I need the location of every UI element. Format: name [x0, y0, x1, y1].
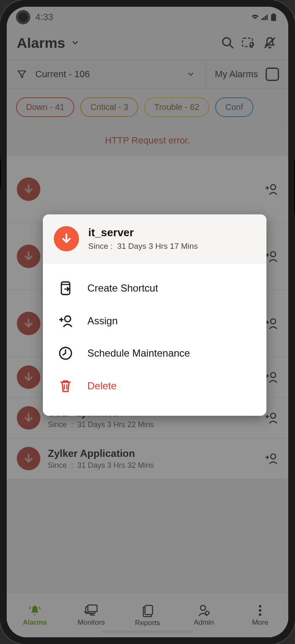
down-status-icon: [17, 447, 40, 470]
svg-point-12: [271, 185, 276, 190]
down-status-icon: [17, 406, 40, 430]
svg-rect-3: [266, 15, 268, 20]
menu-label: Schedule Maintenance: [87, 347, 190, 359]
svg-point-35: [259, 605, 261, 607]
down-status-icon: [17, 365, 40, 389]
since-value: 31 Days 3 Hrs 22 Mins: [77, 420, 154, 429]
device-frame: 4:33 Alarms: [0, 0, 295, 644]
status-icons: [251, 13, 277, 21]
reports-icon: [141, 604, 154, 617]
list-item[interactable]: Zylker Application Since : 31 Days 3 Hrs…: [7, 438, 288, 479]
svg-rect-2: [265, 16, 266, 20]
menu-label: Create Shortcut: [87, 282, 158, 294]
menu-label: Assign: [87, 315, 118, 327]
tab-alarms[interactable]: Alarms: [7, 593, 63, 637]
filter-bar: Current - 106 My Alarms: [7, 60, 288, 89]
down-status-icon: [17, 245, 40, 268]
svg-point-36: [259, 609, 261, 612]
alarm-title: Zylker Application: [48, 448, 256, 459]
since-label: Since: [48, 420, 67, 429]
modal-title: it_server: [88, 226, 198, 239]
assign-user-icon[interactable]: [264, 183, 278, 196]
clock: 4:33: [35, 12, 53, 23]
down-status-icon: [54, 226, 79, 251]
home-indicator: [101, 631, 194, 633]
modal-since-value: 31 Days 3 Hrs 17 Mins: [117, 242, 198, 250]
tab-label: Alarms: [23, 618, 47, 627]
signal-icon: [261, 14, 268, 20]
svg-point-24: [271, 413, 276, 418]
chip-critical[interactable]: Critical - 3: [80, 97, 138, 117]
svg-rect-0: [261, 18, 263, 20]
svg-rect-29: [88, 605, 97, 612]
since-label: Since: [48, 461, 67, 469]
menu-create-shortcut[interactable]: Create Shortcut: [43, 271, 266, 305]
front-camera: [18, 13, 28, 22]
funnel-icon: [17, 69, 27, 79]
svg-rect-4: [272, 13, 275, 14]
svg-point-42: [65, 316, 71, 322]
modal-since-label: Since :: [88, 242, 113, 250]
down-status-icon: [17, 177, 40, 201]
assign-icon: [57, 314, 74, 328]
app-bar: Alarms: [7, 28, 288, 60]
svg-point-21: [271, 373, 276, 378]
filter-current-label: Current - 106: [35, 69, 90, 80]
my-alarms-checkbox[interactable]: [266, 68, 279, 81]
context-menu-modal: it_server Since : 31 Days 3 Hrs 17 Mins …: [43, 214, 266, 416]
svg-point-34: [205, 611, 209, 615]
clock-icon: [57, 346, 74, 360]
more-icon: [258, 604, 263, 617]
svg-rect-32: [145, 605, 153, 615]
assign-user-icon[interactable]: [264, 452, 278, 465]
battery-icon: [271, 13, 277, 21]
filter-dropdown[interactable]: Current - 106: [7, 60, 205, 89]
page-title: Alarms: [17, 35, 65, 51]
tab-label: Admin: [194, 618, 214, 627]
svg-rect-5: [271, 14, 276, 21]
svg-line-9: [265, 38, 275, 48]
assign-user-icon[interactable]: [264, 412, 278, 424]
bell-icon: [28, 604, 42, 617]
chip-trouble[interactable]: Trouble - 62: [144, 97, 209, 117]
menu-delete[interactable]: Delete: [43, 370, 266, 402]
admin-icon: [198, 604, 210, 617]
status-bar: 4:33: [7, 7, 288, 28]
wifi-icon: [251, 14, 259, 20]
chevron-down-icon: [187, 70, 195, 78]
svg-point-27: [271, 454, 276, 459]
trash-icon: [57, 379, 74, 393]
svg-point-37: [259, 613, 261, 616]
modal-menu: Create Shortcut Assign Schedule Maintena…: [43, 264, 266, 416]
alert-box-icon[interactable]: [240, 34, 257, 51]
tab-more[interactable]: More: [232, 593, 288, 637]
error-banner: HTTP Request error.: [7, 125, 288, 156]
svg-point-18: [271, 319, 276, 324]
chip-conf[interactable]: Conf: [215, 97, 253, 117]
svg-point-33: [200, 605, 205, 610]
tab-label: More: [252, 618, 269, 627]
tab-label: Monitors: [77, 618, 105, 627]
monitor-icon: [84, 604, 98, 617]
screen: 4:33 Alarms: [7, 7, 288, 637]
menu-schedule-maintenance[interactable]: Schedule Maintenance: [43, 337, 266, 370]
tab-label: Reports: [135, 619, 160, 627]
search-icon[interactable]: [219, 34, 236, 51]
svg-rect-1: [263, 17, 264, 20]
mute-bell-icon[interactable]: [261, 34, 278, 51]
down-status-icon: [17, 312, 40, 335]
title-dropdown-icon[interactable]: [71, 39, 79, 47]
modal-header: it_server Since : 31 Days 3 Hrs 17 Mins: [43, 214, 266, 264]
shortcut-icon: [57, 281, 74, 296]
svg-point-15: [271, 252, 276, 257]
list-item[interactable]: [7, 156, 288, 223]
since-value: 31 Days 3 Hrs 32 Mins: [77, 461, 154, 469]
menu-assign[interactable]: Assign: [43, 305, 266, 337]
status-chips: Down - 41 Critical - 3 Trouble - 62 Conf: [7, 89, 288, 125]
chip-down[interactable]: Down - 41: [16, 97, 74, 117]
my-alarms-label: My Alarms: [215, 69, 258, 80]
menu-label: Delete: [87, 380, 116, 392]
svg-line-7: [229, 44, 233, 48]
